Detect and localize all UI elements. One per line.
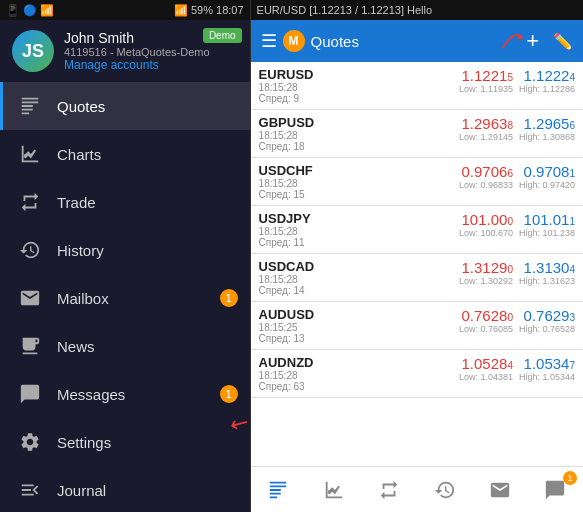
sidebar-item-messages[interactable]: Messages 1 ↙: [0, 370, 250, 418]
quote-spread: Спред: 9: [259, 93, 453, 104]
quote-spread: Спред: 14: [259, 285, 453, 296]
right-header: ☰ M Quotes + ✏️: [251, 20, 583, 62]
quote-row-eurusd[interactable]: EURUSD 18:15:28 Спред: 9 1.12215 Low: 1.…: [251, 62, 583, 110]
sidebar-item-charts[interactable]: Charts: [0, 130, 250, 178]
avatar: JS: [12, 30, 54, 72]
sidebar-item-news-label: News: [57, 338, 95, 355]
quote-bid-col: 1.12215 Low: 1.11935: [459, 67, 513, 104]
quote-bid: 101.000: [462, 211, 513, 228]
quote-ask: 1.29656: [524, 115, 575, 132]
right-panel: EUR/USD [1.12213 / 1.12213] Hello ☰ M Qu…: [251, 0, 583, 512]
manage-accounts-link[interactable]: Manage accounts: [64, 58, 238, 72]
quote-bid-col: 0.97066 Low: 0.96833: [459, 163, 513, 200]
quote-high: High: 0.97420: [519, 180, 575, 190]
sidebar-item-journal-label: Journal: [57, 482, 106, 499]
bottom-nav-mailbox[interactable]: [472, 467, 527, 512]
quote-ask-col: 0.76293 High: 0.76528: [519, 307, 575, 344]
bottom-nav-quotes[interactable]: [251, 467, 306, 512]
quote-info-audnzd: AUDNZD 18:15:28 Спред: 63: [259, 355, 453, 392]
quote-time: 18:15:28: [259, 226, 453, 237]
sidebar-item-trade-label: Trade: [57, 194, 96, 211]
sidebar-item-news[interactable]: News: [0, 322, 250, 370]
quote-time: 18:15:28: [259, 130, 453, 141]
mailbox-icon: [17, 285, 43, 311]
quote-time: 18:15:25: [259, 322, 453, 333]
nav-list: Quotes Charts Trade History: [0, 82, 250, 512]
quote-low: Low: 100.670: [459, 228, 513, 238]
quote-info-usdjpy: USDJPY 18:15:28 Спред: 11: [259, 211, 453, 248]
bottom-nav-messages-badge: 1: [563, 471, 577, 485]
sidebar-item-history[interactable]: History: [0, 226, 250, 274]
quote-spread: Спред: 15: [259, 189, 453, 200]
sidebar-item-settings[interactable]: Settings: [0, 418, 250, 466]
quote-spread: Спред: 18: [259, 141, 453, 152]
quote-row-audnzd[interactable]: AUDNZD 18:15:28 Спред: 63 1.05284 Low: 1…: [251, 350, 583, 398]
quote-bid: 1.05284: [462, 355, 513, 372]
quote-ask-col: 1.31304 High: 1.31623: [519, 259, 575, 296]
arrow-annotation: [490, 26, 520, 56]
quote-bid: 1.29638: [462, 115, 513, 132]
quote-bid-col: 1.31290 Low: 1.30292: [459, 259, 513, 296]
quote-symbol: GBPUSD: [259, 115, 453, 130]
quotes-logo: M: [283, 30, 305, 52]
quote-low: Low: 1.11935: [459, 84, 513, 94]
demo-badge: Demo: [203, 28, 242, 43]
messages-badge: 1: [220, 385, 238, 403]
quote-row-usdcad[interactable]: USDCAD 18:15:28 Спред: 14 1.31290 Low: 1…: [251, 254, 583, 302]
quote-time: 18:15:28: [259, 178, 453, 189]
quote-bid: 0.76280: [462, 307, 513, 324]
quote-high: High: 1.12286: [519, 84, 575, 94]
quote-bid: 1.31290: [462, 259, 513, 276]
quote-ask: 0.76293: [524, 307, 575, 324]
quote-ask: 1.12224: [524, 67, 575, 84]
quote-spread: Спред: 13: [259, 333, 453, 344]
quote-bid-col: 1.29638 Low: 1.29145: [459, 115, 513, 152]
quote-ask-col: 1.05347 High: 1.05344: [519, 355, 575, 392]
settings-icon: [17, 429, 43, 455]
quote-ask: 1.31304: [524, 259, 575, 276]
quote-info-eurusd: EURUSD 18:15:28 Спред: 9: [259, 67, 453, 104]
quote-ask-col: 1.12224 High: 1.12286: [519, 67, 575, 104]
quote-row-gbpusd[interactable]: GBPUSD 18:15:28 Спред: 18 1.29638 Low: 1…: [251, 110, 583, 158]
trade-icon: [17, 189, 43, 215]
mailbox-badge: 1: [220, 289, 238, 307]
quote-low: Low: 1.29145: [459, 132, 513, 142]
sidebar-item-mailbox-label: Mailbox: [57, 290, 109, 307]
bottom-nav-trade[interactable]: [361, 467, 416, 512]
quote-ask-col: 0.97081 High: 0.97420: [519, 163, 575, 200]
quote-row-usdchf[interactable]: USDCHF 18:15:28 Спред: 15 0.97066 Low: 0…: [251, 158, 583, 206]
right-header-title: Quotes: [311, 33, 485, 50]
quote-low: Low: 0.96833: [459, 180, 513, 190]
quote-bid: 0.97066: [462, 163, 513, 180]
quote-row-audusd[interactable]: AUDUSD 18:15:25 Спред: 13 0.76280 Low: 0…: [251, 302, 583, 350]
quote-time: 18:15:28: [259, 274, 453, 285]
sidebar-item-trade[interactable]: Trade: [0, 178, 250, 226]
quote-time: 18:15:28: [259, 370, 453, 381]
quote-symbol: AUDUSD: [259, 307, 453, 322]
quote-high: High: 0.76528: [519, 324, 575, 334]
bottom-nav-messages[interactable]: 1: [528, 467, 583, 512]
quote-low: Low: 1.04381: [459, 372, 513, 382]
sidebar-item-quotes[interactable]: Quotes: [0, 82, 250, 130]
quote-high: High: 1.31623: [519, 276, 575, 286]
quote-symbol: EURUSD: [259, 67, 453, 82]
user-account: 4119516 - MetaQuotes-Demo: [64, 46, 238, 58]
sidebar-item-history-label: History: [57, 242, 104, 259]
sidebar-item-journal[interactable]: Journal: [0, 466, 250, 512]
quote-info-gbpusd: GBPUSD 18:15:28 Спред: 18: [259, 115, 453, 152]
hamburger-icon[interactable]: ☰: [261, 30, 277, 52]
sidebar-item-mailbox[interactable]: Mailbox 1: [0, 274, 250, 322]
sidebar-item-messages-label: Messages: [57, 386, 125, 403]
bottom-nav-history[interactable]: [417, 467, 472, 512]
left-status-bar: 📱 🔵 📶 📶 59% 18:07: [0, 0, 250, 20]
news-icon: [17, 333, 43, 359]
bottom-nav-charts[interactable]: [306, 467, 361, 512]
quote-time: 18:15:28: [259, 82, 453, 93]
quote-low: Low: 1.30292: [459, 276, 513, 286]
quote-row-usdjpy[interactable]: USDJPY 18:15:28 Спред: 11 101.000 Low: 1…: [251, 206, 583, 254]
messages-icon: [17, 381, 43, 407]
edit-button[interactable]: ✏️: [553, 32, 573, 51]
sidebar-item-quotes-label: Quotes: [57, 98, 105, 115]
left-panel: 📱 🔵 📶 📶 59% 18:07 JS John Smith 4119516 …: [0, 0, 250, 512]
quote-ask-col: 1.29656 High: 1.30868: [519, 115, 575, 152]
